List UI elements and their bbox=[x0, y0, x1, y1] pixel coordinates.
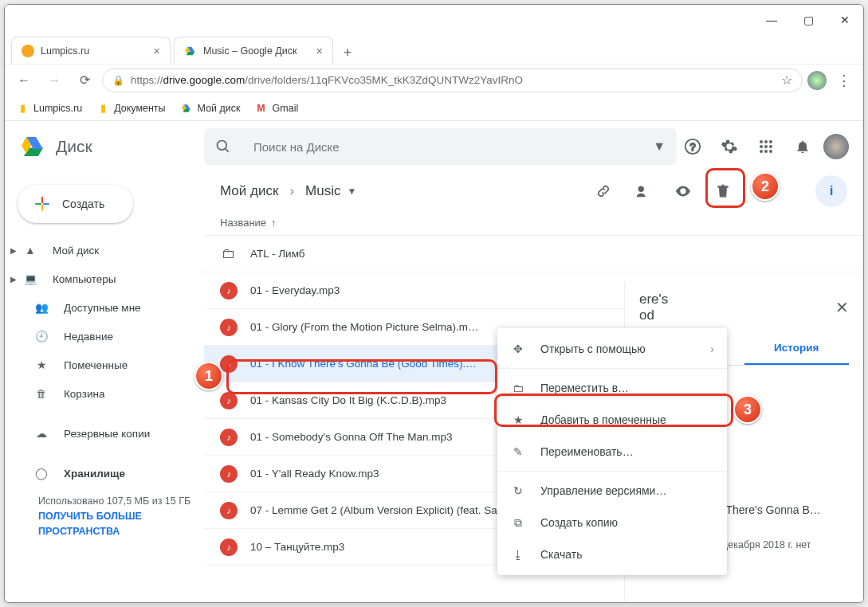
sidebar-item-shared[interactable]: 👥Доступные мне bbox=[8, 293, 196, 322]
svg-point-12 bbox=[769, 150, 772, 153]
bookmark-star-icon[interactable]: ☆ bbox=[781, 72, 792, 88]
url-host: drive.google.com bbox=[163, 74, 245, 86]
search-placeholder: Поиск на Диске bbox=[253, 140, 653, 154]
storage-upgrade-link[interactable]: ПОЛУЧИТЬ БОЛЬШЕ ПРОСТРАНСТВА bbox=[38, 509, 196, 539]
storage-used: Использовано 107,5 МБ из 15 ГБ bbox=[38, 494, 196, 509]
svg-point-5 bbox=[764, 140, 768, 143]
menu-download[interactable]: ⭳Скачать bbox=[497, 538, 727, 570]
info-toggle-button[interactable]: i bbox=[815, 175, 847, 207]
annotation-marker-2: 2 bbox=[751, 172, 780, 201]
bookmark-item[interactable]: ▮Lumpics.ru bbox=[16, 102, 82, 115]
annotation-marker-1: 1 bbox=[194, 362, 223, 390]
menu-copy[interactable]: ⧉Создать копию bbox=[497, 507, 727, 538]
preview-button[interactable] bbox=[667, 175, 699, 207]
sidebar-item-storage[interactable]: ◯Хранилище bbox=[8, 459, 196, 488]
window-maximize[interactable]: ▢ bbox=[790, 5, 827, 35]
app-topbar: Диск Поиск на Диске ▼ ? bbox=[5, 121, 863, 172]
tabs-row: Lumpics.ru × Music – Google Диск × + bbox=[5, 35, 863, 64]
reload-button[interactable]: ⟳ bbox=[72, 68, 97, 93]
file-row[interactable]: 🗀ATL - Лимб bbox=[204, 236, 863, 272]
menu-move-to[interactable]: 🗀Переместить в… bbox=[497, 372, 727, 404]
share-button[interactable] bbox=[627, 175, 659, 207]
folder-icon: ▮ bbox=[16, 102, 29, 115]
sidebar: Создать ▶▲Мой диск ▶💻Компьютеры 👥Доступн… bbox=[5, 172, 204, 602]
drive-brand-text: Диск bbox=[56, 137, 92, 156]
settings-button[interactable] bbox=[713, 131, 745, 163]
star-icon: ★ bbox=[510, 413, 526, 426]
drive-favicon-icon bbox=[184, 45, 197, 57]
svg-point-9 bbox=[769, 145, 772, 148]
sidebar-item-starred[interactable]: ★Помеченные bbox=[8, 350, 196, 379]
svg-line-1 bbox=[226, 149, 229, 152]
dropdown-icon[interactable]: ▼ bbox=[347, 186, 356, 197]
sidebar-item-recent[interactable]: 🕘Недавние bbox=[8, 322, 196, 350]
browser-window: — ▢ ✕ Lumpics.ru × Music – Google Диск ×… bbox=[4, 4, 864, 603]
menu-rename[interactable]: ✎Переименовать… bbox=[497, 436, 727, 468]
tab-close-icon[interactable]: × bbox=[316, 44, 323, 57]
bookmark-item[interactable]: ▮Документы bbox=[96, 102, 165, 115]
search-input[interactable]: Поиск на Диске ▼ bbox=[204, 128, 677, 165]
cloud-outline-icon: ◯ bbox=[33, 465, 49, 481]
drive-icon bbox=[180, 102, 193, 115]
cloud-icon: ☁ bbox=[33, 425, 49, 441]
download-icon: ⭳ bbox=[510, 548, 526, 561]
devices-icon: 💻 bbox=[22, 271, 38, 287]
browser-menu-icon[interactable]: ⋮ bbox=[831, 72, 857, 89]
search-dropdown-icon[interactable]: ▼ bbox=[653, 139, 666, 154]
drive-solid-icon: ▲ bbox=[22, 242, 38, 258]
close-panel-icon[interactable]: ✕ bbox=[835, 298, 849, 317]
columns-header[interactable]: Название↑ bbox=[204, 210, 863, 236]
audio-icon: ♪ bbox=[220, 429, 238, 446]
sidebar-item-mydrive[interactable]: ▶▲Мой диск bbox=[8, 236, 196, 264]
chevron-right-icon: › bbox=[289, 183, 294, 199]
browser-tab-active[interactable]: Music – Google Диск × bbox=[174, 37, 333, 64]
clock-icon: 🕘 bbox=[33, 328, 49, 344]
window-close[interactable]: ✕ bbox=[827, 5, 863, 35]
copy-icon: ⧉ bbox=[510, 516, 526, 530]
forward-button[interactable]: → bbox=[41, 68, 67, 93]
tab-close-icon[interactable]: × bbox=[153, 44, 160, 57]
profile-avatar[interactable] bbox=[807, 71, 827, 90]
bookmark-item[interactable]: MGmail bbox=[255, 102, 299, 115]
tab-history[interactable]: История bbox=[744, 332, 850, 365]
menu-versions[interactable]: ↻Управление версиями… bbox=[497, 475, 727, 507]
account-avatar[interactable] bbox=[823, 134, 849, 159]
audio-icon: ♪ bbox=[220, 355, 238, 373]
help-button[interactable]: ? bbox=[677, 131, 709, 163]
apps-grid-button[interactable] bbox=[750, 131, 782, 163]
sidebar-item-backups[interactable]: ☁Резервные копии bbox=[8, 419, 196, 448]
get-link-button[interactable] bbox=[587, 175, 619, 207]
browser-tab[interactable]: Lumpics.ru × bbox=[11, 37, 171, 64]
lock-icon: 🔒 bbox=[112, 75, 124, 86]
drive-app: Диск Поиск на Диске ▼ ? Создать bbox=[5, 121, 863, 602]
sort-arrow-icon: ↑ bbox=[271, 217, 277, 229]
column-name: Название bbox=[220, 217, 266, 229]
search-icon bbox=[215, 139, 242, 155]
menu-open-with[interactable]: ✥Открыть с помощью› bbox=[497, 333, 727, 365]
sidebar-item-trash[interactable]: 🗑Корзина bbox=[8, 379, 196, 408]
create-label: Создать bbox=[62, 198, 104, 210]
bookmark-item[interactable]: Мой диск bbox=[180, 102, 241, 115]
sidebar-item-computers[interactable]: ▶💻Компьютеры bbox=[8, 264, 196, 293]
titlebar: — ▢ ✕ bbox=[5, 5, 863, 35]
chevron-right-icon: › bbox=[710, 343, 714, 355]
create-button[interactable]: Создать bbox=[18, 185, 133, 223]
breadcrumb-root[interactable]: Мой диск bbox=[220, 183, 278, 199]
window-minimize[interactable]: — bbox=[753, 5, 790, 35]
menu-add-star[interactable]: ★Добавить в помеченные bbox=[497, 404, 727, 436]
rename-icon: ✎ bbox=[510, 445, 526, 458]
breadcrumb-current[interactable]: Music bbox=[305, 183, 340, 199]
new-tab-button[interactable]: + bbox=[336, 41, 359, 64]
url-scheme: https:// bbox=[131, 74, 163, 86]
svg-point-11 bbox=[764, 150, 768, 153]
folder-move-icon: 🗀 bbox=[510, 382, 526, 394]
people-icon: 👥 bbox=[33, 300, 49, 315]
delete-button[interactable] bbox=[707, 175, 739, 207]
url-input[interactable]: 🔒 https://drive.google.com/drive/folders… bbox=[102, 69, 803, 92]
svg-point-7 bbox=[760, 145, 763, 148]
drive-logo[interactable]: Диск bbox=[19, 132, 204, 161]
context-menu: ✥Открыть с помощью› 🗀Переместить в… ★Доб… bbox=[497, 328, 727, 575]
notifications-button[interactable] bbox=[787, 131, 819, 163]
back-button[interactable]: ← bbox=[11, 68, 37, 93]
bookmarks-bar: ▮Lumpics.ru ▮Документы Мой диск MGmail bbox=[5, 96, 863, 121]
